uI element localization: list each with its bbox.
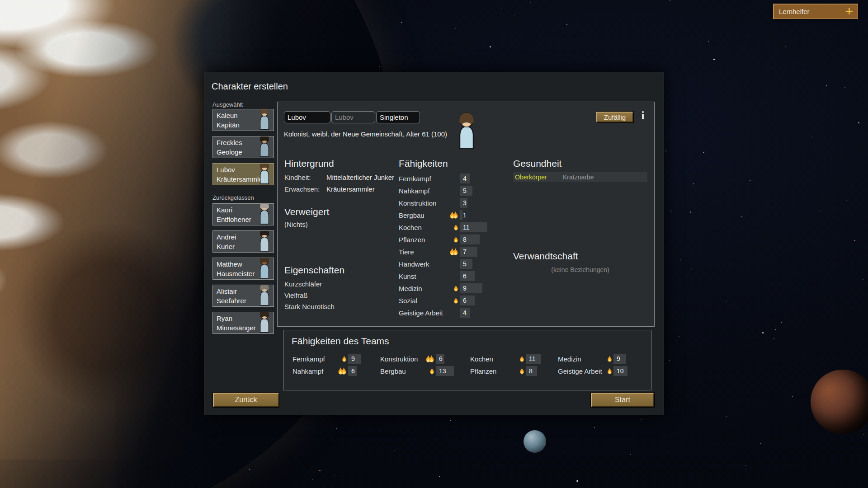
skill-level-bar: 11 — [460, 222, 487, 232]
roster-entry-name: Freckles — [217, 138, 242, 147]
relations-title: Verwandtschaft — [513, 251, 578, 262]
roster-entry-name: Matthew — [217, 259, 255, 269]
roster-entry-role: Entflohener — [217, 215, 251, 224]
skill-value: 5 — [463, 260, 467, 267]
star — [719, 409, 719, 409]
skill-level-bar: 5 — [460, 259, 472, 269]
start-button[interactable]: Start — [590, 392, 655, 408]
skill-value: 8 — [529, 367, 533, 375]
star — [703, 152, 704, 153]
skill-row: Kunst6 — [399, 271, 487, 281]
star — [670, 211, 671, 211]
health-title: Gesundheit — [513, 158, 561, 169]
roster-entry[interactable]: FrecklesGeologe — [212, 136, 274, 158]
skill-label: Konstruktion — [399, 199, 444, 207]
skill-row: Pflanzen8 — [470, 366, 541, 376]
pawn-portrait-icon — [255, 312, 274, 334]
roster-entry-text: AlistairSeefahrer — [217, 286, 246, 305]
star — [576, 480, 578, 482]
childhood-value: Mittelalterlicher Junker — [326, 174, 394, 181]
nickname-input[interactable] — [331, 111, 375, 123]
passion-minor-icon — [444, 224, 458, 231]
skill-row: Konstruktion6 — [380, 354, 454, 364]
roster-entry[interactable]: AlistairSeefahrer — [212, 285, 274, 307]
roster-entry[interactable]: KaoriEntflohener — [212, 203, 274, 225]
star — [379, 66, 380, 66]
expand-plus-icon[interactable]: + — [845, 5, 853, 17]
star — [797, 114, 797, 114]
first-name-input[interactable] — [284, 111, 330, 123]
skill-label: Kochen — [470, 355, 513, 363]
star — [670, 360, 670, 361]
roster-entry-text: AndreiKurier — [217, 232, 236, 251]
skill-value: 9 — [351, 355, 355, 362]
skill-label: Pflanzen — [399, 236, 444, 244]
roster-entry[interactable]: MatthewHausmeister — [212, 258, 274, 280]
skill-row: Geistige Arbeit10 — [558, 366, 627, 376]
pawn-portrait-icon — [255, 258, 274, 280]
star — [530, 2, 531, 3]
star — [708, 41, 709, 42]
pawn-portrait-icon — [255, 203, 274, 225]
info-icon[interactable]: i — [639, 109, 646, 122]
roster-entry-name: Kaleun — [217, 111, 240, 120]
star — [401, 22, 402, 23]
skill-label: Nahkampf — [399, 187, 444, 195]
skill-row: Geistige Arbeit4 — [399, 308, 487, 318]
trait-item: Stark Neurotisch — [284, 303, 335, 310]
randomize-button[interactable]: Zufällig — [596, 111, 634, 123]
roster-entry[interactable]: LubovKräutersammler — [212, 163, 274, 185]
pawn-portrait-icon — [255, 230, 274, 253]
skill-level-bar: 3 — [460, 198, 467, 208]
skill-level-bar: 7 — [460, 247, 477, 257]
roster-selected-list: KaleunKapitänFrecklesGeologeLubovKräuter… — [212, 109, 274, 185]
roster-entry[interactable]: RyanMinnesänger — [212, 312, 274, 334]
passion-minor-icon — [444, 236, 458, 243]
roster-entry-role: Seefahrer — [217, 296, 246, 305]
skill-value: 11 — [529, 355, 536, 362]
roster-entry-name: Andrei — [217, 232, 236, 242]
skill-level-bar: 10 — [613, 366, 627, 376]
skills-list: Fernkampf4Nahkampf5Konstruktion3Bergbau1… — [399, 174, 487, 320]
adulthood-label: Erwachsen: — [284, 185, 320, 193]
passion-major-icon — [444, 248, 458, 256]
childhood-label: Kindheit: — [284, 174, 311, 181]
team-skills-column: Medizin9Geistige Arbeit10 — [558, 354, 627, 378]
health-bodypart: Oberkörper — [515, 174, 547, 181]
passion-minor-icon — [444, 285, 458, 292]
skill-level-bar: 6 — [348, 366, 357, 376]
roster-entry[interactable]: KaleunKapitän — [212, 109, 274, 131]
skill-value: 9 — [617, 355, 620, 362]
passion-minor-icon — [423, 368, 434, 375]
skills-column: Fähigkeiten Fernkampf4Nahkampf5Konstrukt… — [399, 158, 512, 321]
star — [614, 71, 614, 71]
roster-leftbehind-list: KaoriEntflohenerAndreiKurierMatthewHausm… — [212, 203, 274, 334]
star — [690, 211, 691, 212]
skill-label: Fernkampf — [292, 355, 335, 363]
relations-empty: (keine Beziehungen) — [513, 266, 647, 273]
skill-label: Sozial — [399, 297, 444, 305]
skill-level-bar: 6 — [460, 296, 475, 305]
character-creation-dialog: Charakter erstellen Ausgewählt KaleunKap… — [204, 72, 664, 415]
back-button[interactable]: Zurück — [212, 392, 279, 408]
star — [726, 416, 727, 417]
roster-entry-role: Geologe — [217, 147, 242, 157]
incapable-title: Verweigert — [284, 206, 329, 217]
skill-row: Fernkampf4 — [399, 174, 487, 183]
star — [630, 455, 631, 455]
team-skills-title: Fähigkeiten des Teams — [292, 336, 389, 347]
skill-row: Kochen11 — [470, 354, 541, 364]
skill-row: Medizin9 — [558, 354, 627, 364]
last-name-input[interactable] — [376, 111, 420, 123]
roster-entry-name: Ryan — [217, 314, 256, 323]
background-column: Hintergrund Kindheit: Mittelalterlicher … — [284, 158, 397, 321]
roster-entry-name: Alistair — [217, 286, 246, 296]
skill-level-bar: 6 — [436, 354, 444, 364]
skill-label: Fernkampf — [399, 175, 444, 183]
star — [566, 24, 567, 25]
roster-entry[interactable]: AndreiKurier — [212, 230, 274, 253]
roster-entry-text: MatthewHausmeister — [217, 259, 255, 278]
skill-level-bar: 4 — [460, 174, 470, 183]
roster-leftbehind-header: Zurückgelassen — [212, 194, 254, 201]
star — [514, 15, 514, 16]
